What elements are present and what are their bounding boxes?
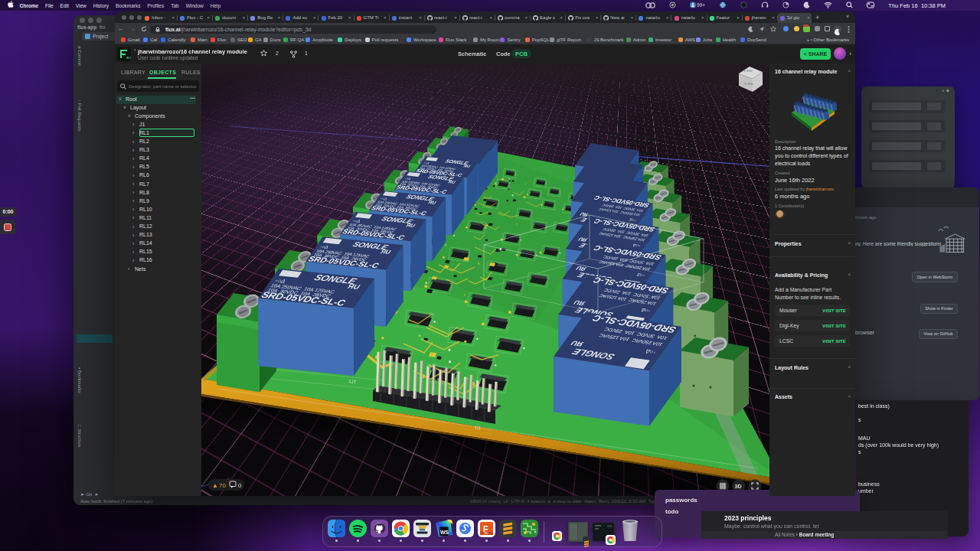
svg-text:99+: 99+	[697, 2, 705, 8]
svg-text:0: 0	[238, 482, 242, 489]
svg-text:▲: ▲	[212, 482, 218, 489]
svg-text:SCENE: SCENE	[743, 70, 753, 73]
svg-text:SCENE: SCENE	[744, 83, 753, 86]
svg-text:360: 360	[484, 532, 488, 535]
svg-text:BETA: BETA	[126, 57, 131, 60]
svg-text:3D: 3D	[735, 484, 742, 489]
svg-text:70: 70	[219, 482, 226, 489]
svg-text:WS: WS	[440, 530, 449, 535]
